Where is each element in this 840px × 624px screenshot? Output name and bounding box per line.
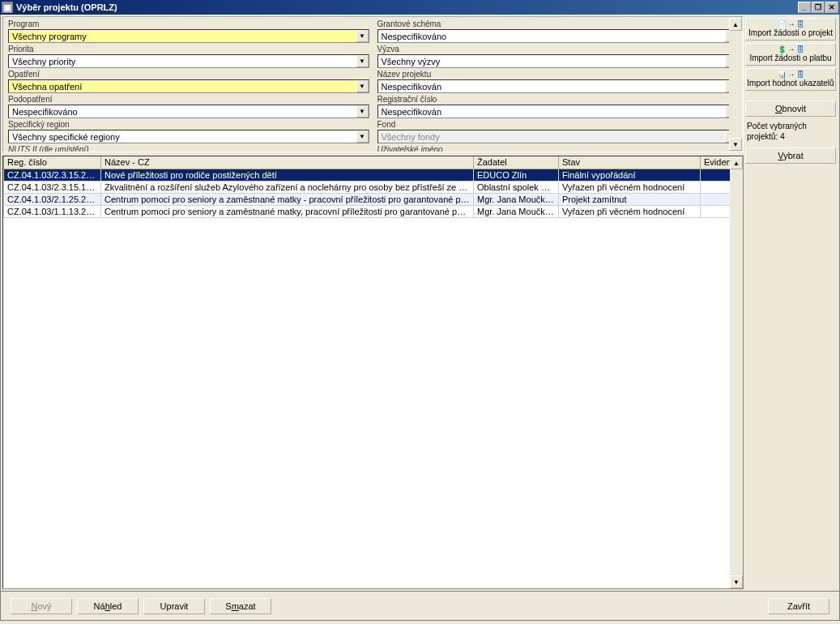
filter-label: Výzva — [377, 45, 739, 53]
filter-right-0-combo[interactable]: Nespecifikováno▼ — [377, 29, 739, 43]
chevron-down-icon[interactable]: ▼ — [356, 80, 369, 92]
col-reg[interactable]: Reg. číslo — [4, 156, 101, 169]
filter-right-2-combo[interactable]: Nespecifikován▼ — [377, 79, 739, 93]
restore-button[interactable]: ❐ — [812, 2, 825, 13]
projects-table-area: Reg. číslo Název - CZ Žadatel Stav Evide… — [2, 156, 744, 589]
combo-value: Všechny fondy — [378, 132, 726, 142]
combo-value: Nespecifikován — [378, 107, 726, 117]
combo-value: Všechny výzvy — [378, 57, 726, 66]
import-indicators-label: Import hodnot ukazatelů — [747, 79, 834, 88]
col-evid[interactable]: Evidenční číslo žádosti — [701, 156, 731, 169]
filter-label: Název projektu — [377, 70, 739, 79]
app-icon: ▣ — [2, 2, 13, 13]
sidebar: 📄→🗄 Import žádosti o projekt 💲→🗄 Import … — [745, 15, 839, 591]
scroll-up-icon[interactable]: ▲ — [729, 18, 742, 31]
col-nazev[interactable]: Název - CZ — [101, 156, 474, 169]
filter-label: Priorita — [8, 45, 369, 53]
import-project-button[interactable]: 📄→🗄 Import žádosti o projekt — [745, 18, 836, 41]
combo-value: Všechny priority — [9, 57, 356, 66]
col-zadatel[interactable]: Žadatel — [474, 156, 559, 169]
filters-panel: ProgramVšechny programy▼PrioritaVšechny … — [2, 16, 744, 152]
filter-label: NUTS II (dle umístění) — [8, 145, 369, 152]
import-payment-button[interactable]: 💲→🗄 Import žádosti o platbu — [745, 43, 836, 66]
filter-left-2-combo[interactable]: Všechna opatření▼ — [8, 79, 369, 93]
filters-scrollbar[interactable]: ▲ ▼ — [729, 18, 742, 151]
projects-table[interactable]: Reg. číslo Název - CZ Žadatel Stav Evide… — [3, 156, 730, 218]
combo-value: Nespecifikováno — [9, 107, 356, 117]
combo-value: Nespecifikován — [378, 82, 726, 92]
scroll-down-icon[interactable]: ▼ — [729, 138, 742, 151]
filter-right-1-combo[interactable]: Všechny výzvy▼ — [377, 54, 739, 68]
filter-left-1-combo[interactable]: Všechny priority▼ — [8, 54, 369, 68]
filter-right-3-combo[interactable]: Nespecifikován▼ — [377, 105, 739, 118]
table-row[interactable]: CZ.04.1.03/2.1.25.2/2202Centrum pomoci p… — [4, 193, 731, 205]
filter-label: Uživatelské jméno — [377, 145, 739, 152]
chevron-down-icon[interactable]: ▼ — [356, 130, 369, 143]
scroll-down-icon[interactable]: ▼ — [730, 575, 743, 588]
refresh-button[interactable]: Obnovit — [745, 100, 836, 117]
col-stav[interactable]: Stav — [559, 156, 701, 169]
filter-label: Grantové schéma — [377, 19, 739, 28]
table-row[interactable]: CZ.04.1.03/2.3.15.1/0238Zkvalitnění a ro… — [4, 181, 731, 193]
import-project-label: Import žádosti o projekt — [748, 28, 833, 37]
new-button[interactable]: Nový — [11, 598, 72, 614]
combo-value: Všechny programy — [9, 32, 356, 41]
filter-right-4-combo[interactable]: Všechny fondy▼ — [377, 130, 739, 143]
delete-button[interactable]: Smazat — [210, 598, 271, 614]
scroll-up-icon[interactable]: ▲ — [730, 156, 743, 169]
titlebar: ▣ Výběr projektu (OPRLZ) _ ❐ ✕ — [0, 0, 840, 15]
filter-left-0-combo[interactable]: Všechny programy▼ — [8, 29, 369, 43]
select-button[interactable]: Vybrat — [745, 147, 836, 164]
filter-label: Registrační číslo — [377, 95, 739, 104]
combo-value: Všechny specifické regiony — [9, 132, 356, 142]
bottom-toolbar: Nový Náhled Upravit Smazat Zavřít — [0, 592, 840, 621]
filter-label: Fond — [377, 120, 739, 129]
combo-value: Všechna opatření — [9, 82, 356, 92]
chevron-down-icon[interactable]: ▼ — [356, 30, 369, 42]
table-row[interactable]: CZ.04.1.03/1.1.13.2/2825Centrum pomoci p… — [4, 205, 731, 217]
filter-left-4-combo[interactable]: Všechny specifické regiony▼ — [8, 130, 369, 143]
table-scrollbar[interactable]: ▲ ▼ — [730, 156, 743, 588]
close-button[interactable]: Zavřít — [768, 598, 829, 614]
combo-value: Nespecifikováno — [378, 32, 726, 41]
edit-button[interactable]: Upravit — [143, 598, 205, 614]
filter-label: Podopatření — [8, 95, 369, 104]
import-indicators-button[interactable]: 📊→🗄 Import hodnot ukazatelů — [745, 68, 836, 91]
filter-label: Specifický region — [8, 120, 369, 129]
project-count-text: Počet vybraných projektů: 4 — [747, 121, 836, 142]
filter-label: Program — [8, 19, 369, 28]
chevron-down-icon[interactable]: ▼ — [356, 105, 369, 118]
window-title: Výběr projektu (OPRLZ) — [16, 2, 798, 12]
chevron-down-icon[interactable]: ▼ — [356, 55, 369, 67]
table-row[interactable]: CZ.04.1.03/2.3.15.2/0135Nové příležitost… — [4, 169, 731, 181]
close-window-button[interactable]: ✕ — [825, 2, 838, 13]
filter-label: Opatření — [8, 70, 369, 79]
filter-left-3-combo[interactable]: Nespecifikováno▼ — [8, 105, 369, 118]
import-payment-label: Import žádosti o platbu — [749, 53, 831, 62]
preview-button[interactable]: Náhled — [77, 598, 139, 614]
minimize-button[interactable]: _ — [798, 2, 811, 13]
